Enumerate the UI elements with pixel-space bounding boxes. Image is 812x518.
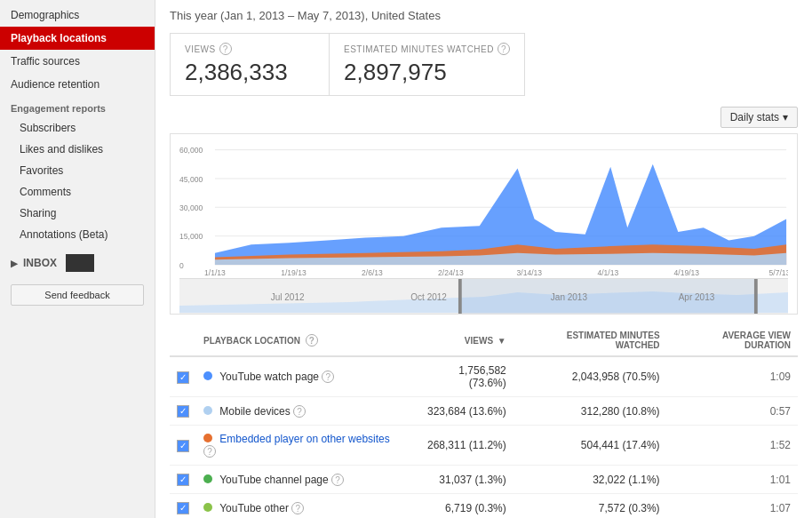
row-emw-youtube-watch: 2,043,958 (70.5%)	[513, 356, 667, 397]
svg-text:0: 0	[179, 261, 184, 270]
minutes-label: ESTIMATED MINUTES WATCHED ?	[344, 43, 510, 55]
main-chart: 60,000 45,000 30,000 15,000 0 1/1/13 1/1…	[179, 143, 788, 278]
mini-label-jul: Jul 2012	[271, 291, 305, 301]
svg-text:4/19/13: 4/19/13	[674, 268, 700, 277]
sidebar-item-favorites[interactable]: Favorites	[0, 160, 155, 181]
row-help-icon-mobile-devices[interactable]: ?	[293, 405, 306, 418]
send-feedback-button[interactable]: Send feedback	[11, 284, 144, 306]
inbox-section: ▶ INBOX	[0, 245, 155, 275]
row-checkbox-embedded-player[interactable]	[170, 426, 196, 466]
mini-label-oct: Oct 2012	[410, 291, 447, 301]
minutes-help-icon[interactable]: ?	[498, 43, 510, 55]
table-row: YouTube other ? 6,719 (0.3%) 7,572 (0.3%…	[170, 494, 798, 518]
row-label-youtube-watch: YouTube watch page ?	[196, 356, 411, 397]
mini-label-apr: Apr 2013	[679, 291, 715, 301]
svg-text:15,000: 15,000	[179, 232, 203, 241]
row-avd-embedded-player: 1:52	[667, 426, 798, 466]
daily-stats-button[interactable]: Daily stats ▾	[720, 107, 798, 128]
row-help-icon-youtube-other[interactable]: ?	[291, 502, 304, 514]
row-label-youtube-channel: YouTube channel page ?	[196, 466, 411, 494]
table-row: YouTube channel page ? 31,037 (1.3%) 32,…	[170, 466, 798, 494]
row-name-youtube-other: YouTube other	[219, 502, 289, 514]
sidebar-item-annotations[interactable]: Annotations (Beta)	[0, 224, 155, 245]
engagement-reports-label: Engagement reports	[0, 96, 155, 117]
row-checkbox-youtube-channel[interactable]	[170, 466, 196, 494]
row-label-mobile-devices: Mobile devices ?	[196, 397, 411, 426]
table-row: Mobile devices ? 323,684 (13.6%) 312,280…	[170, 397, 798, 426]
row-emw-youtube-channel: 32,022 (1.1%)	[513, 466, 667, 494]
chart-controls: Daily stats ▾	[170, 107, 798, 128]
table-header-views[interactable]: VIEWS ▼	[411, 325, 513, 356]
row-help-icon-embedded-player[interactable]: ?	[203, 445, 216, 458]
row-views-mobile-devices: 323,684 (13.6%)	[411, 397, 513, 426]
dot-youtube-other	[203, 503, 212, 512]
table-header-checkbox	[170, 325, 196, 356]
sidebar-item-traffic-sources[interactable]: Traffic sources	[0, 50, 155, 73]
svg-rect-19	[754, 279, 758, 314]
dot-youtube-watch	[203, 371, 212, 380]
svg-text:2/24/13: 2/24/13	[438, 268, 464, 277]
row-avd-mobile-devices: 0:57	[667, 397, 798, 426]
minutes-stat-box: ESTIMATED MINUTES WATCHED ? 2,897,975	[330, 33, 525, 96]
row-name-mobile-devices: Mobile devices	[219, 405, 290, 418]
sidebar-item-audience-retention[interactable]: Audience retention	[0, 73, 155, 96]
sidebar: Demographics Playback locations Traffic …	[0, 0, 155, 518]
row-checkbox-mobile-devices[interactable]	[170, 397, 196, 426]
dot-mobile-devices	[203, 406, 212, 415]
row-emw-youtube-other: 7,572 (0.3%)	[513, 494, 667, 518]
sidebar-item-demographics[interactable]: Demographics	[0, 4, 155, 27]
row-checkbox-youtube-watch[interactable]	[170, 356, 196, 397]
row-avd-youtube-other: 1:07	[667, 494, 798, 518]
row-help-icon-youtube-channel[interactable]: ?	[331, 474, 344, 486]
mini-label-jan: Jan 2013	[551, 291, 587, 301]
svg-text:1/19/13: 1/19/13	[281, 268, 306, 277]
row-avd-youtube-channel: 1:01	[667, 466, 798, 494]
table-header-playback: PLAYBACK LOCATION ?	[196, 325, 411, 356]
row-emw-embedded-player: 504,441 (17.4%)	[513, 426, 667, 466]
table-row: Embedded player on other websites ? 268,…	[170, 426, 798, 466]
sidebar-item-subscribers[interactable]: Subscribers	[0, 117, 155, 139]
sidebar-item-comments[interactable]: Comments	[0, 181, 155, 203]
svg-rect-18	[458, 279, 462, 314]
chevron-down-icon: ▾	[783, 111, 788, 124]
sidebar-item-sharing[interactable]: Sharing	[0, 203, 155, 224]
dot-embedded-player	[203, 434, 212, 442]
dot-youtube-channel	[203, 474, 212, 483]
views-value: 2,386,333	[185, 59, 314, 86]
views-stat-box: VIEWS ? 2,386,333	[170, 33, 330, 96]
table-header-emw[interactable]: ESTIMATED MINUTES WATCHED	[513, 325, 667, 356]
table-header-avd[interactable]: AVERAGE VIEW DURATION	[667, 325, 798, 356]
inbox-box	[66, 254, 94, 272]
svg-text:5/7/13: 5/7/13	[769, 268, 788, 277]
sidebar-item-likes-dislikes[interactable]: Likes and dislikes	[0, 139, 155, 160]
views-label: VIEWS ?	[185, 43, 314, 55]
row-label-youtube-other: YouTube other ?	[196, 494, 411, 518]
row-name-youtube-watch: YouTube watch page	[219, 371, 319, 383]
views-help-icon[interactable]: ?	[219, 43, 232, 55]
row-views-youtube-channel: 31,037 (1.3%)	[411, 466, 513, 494]
row-checkbox-youtube-other[interactable]	[170, 494, 196, 518]
table-row: YouTube watch page ? 1,756,582 (73.6%) 2…	[170, 356, 798, 397]
inbox-arrow: ▶	[11, 259, 18, 268]
row-views-youtube-other: 6,719 (0.3%)	[411, 494, 513, 518]
minutes-value: 2,897,975	[344, 59, 510, 86]
stats-row: VIEWS ? 2,386,333 ESTIMATED MINUTES WATC…	[170, 33, 798, 96]
playback-help-icon[interactable]: ?	[306, 334, 318, 347]
sidebar-item-playback-locations[interactable]: Playback locations	[0, 27, 155, 50]
sort-arrow-icon: ▼	[498, 336, 506, 346]
row-link-embedded-player[interactable]: Embedded player on other websites	[219, 433, 389, 445]
playback-table: PLAYBACK LOCATION ? VIEWS ▼ ESTIMATED MI…	[170, 325, 798, 518]
row-avd-youtube-watch: 1:09	[667, 356, 798, 397]
svg-text:3/14/13: 3/14/13	[517, 268, 543, 277]
row-name-youtube-channel: YouTube channel page	[219, 474, 329, 486]
mini-timeline[interactable]: Jul 2012 Oct 2012 Jan 2013 Apr 2013	[179, 278, 788, 314]
svg-text:2/6/13: 2/6/13	[362, 268, 383, 277]
date-range: This year (Jan 1, 2013 – May 7, 2013), U…	[170, 9, 798, 22]
row-views-embedded-player: 268,311 (11.2%)	[411, 426, 513, 466]
row-label-embedded-player: Embedded player on other websites ?	[196, 426, 411, 466]
svg-text:1/1/13: 1/1/13	[204, 268, 226, 277]
row-emw-mobile-devices: 312,280 (10.8%)	[513, 397, 667, 426]
svg-text:60,000: 60,000	[179, 146, 203, 155]
row-help-icon-youtube-watch[interactable]: ?	[322, 371, 334, 383]
row-views-youtube-watch: 1,756,582 (73.6%)	[411, 356, 513, 397]
